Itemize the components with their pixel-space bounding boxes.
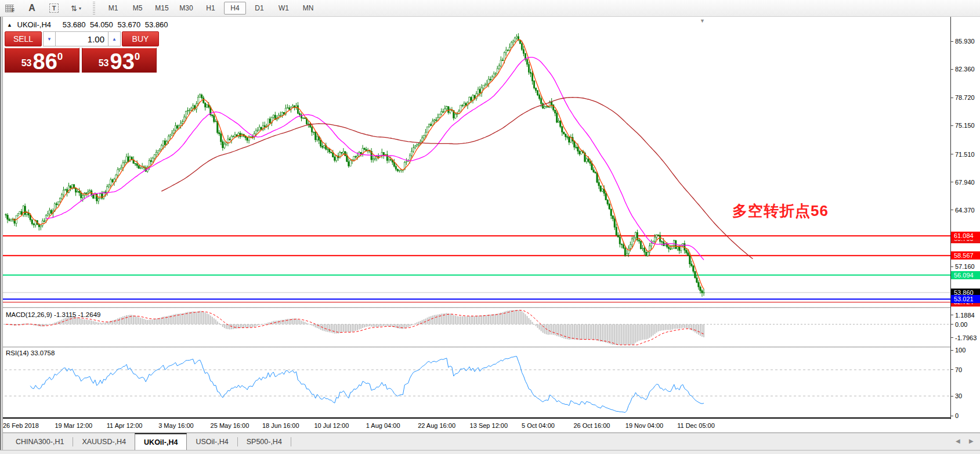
- chart-ohlc-values: 53.680 54.050 53.670 53.860: [63, 20, 168, 29]
- buy-price-big: 93: [110, 52, 135, 71]
- chart-header: ▲ UKOil-,H4 53.680 54.050 53.670 53.860: [7, 20, 168, 29]
- panel-separator[interactable]: [0, 417, 952, 419]
- price-axis-label: 82.360: [955, 66, 975, 73]
- timeframe-button-m15[interactable]: M15: [151, 2, 173, 15]
- chart-tab-bar: CHINA300-,H1XAUUSD-,H4UKOil-,H4USOil-,H4…: [0, 433, 980, 450]
- price-axis-label: 57.160: [955, 263, 975, 270]
- chevron-down-icon: ▾: [79, 6, 81, 11]
- axis-tick: [951, 350, 953, 351]
- axis-tick: [951, 396, 953, 397]
- tab-scroll-left-button[interactable]: ◀: [956, 438, 960, 444]
- sell-button[interactable]: SELL: [5, 31, 42, 46]
- chart-dropdown-marker-icon[interactable]: ▼: [700, 18, 705, 24]
- axis-tick: [951, 210, 953, 210]
- axis-tick: [951, 154, 953, 154]
- price-axis-label: 71.510: [955, 151, 975, 158]
- collapse-panel-icon[interactable]: ▲: [7, 22, 12, 28]
- price-line-label-partial: 60.790: [951, 240, 980, 243]
- chart-window: ▲ UKOil-,H4 53.680 54.050 53.670 53.860 …: [0, 17, 980, 454]
- status-bar: [0, 450, 980, 454]
- date-axis[interactable]: 26 Feb 201819 Mar 12:0011 Apr 12:003 May…: [0, 419, 980, 433]
- tab-china300-h1[interactable]: CHINA300-,H1: [7, 433, 73, 450]
- timeframe-button-mn[interactable]: MN: [297, 2, 319, 15]
- price-line-label-58-567: 58.567: [951, 251, 980, 260]
- volume-decrease-button[interactable]: ▼: [43, 31, 56, 46]
- one-click-trading-panel: SELL ▼ ▲ BUY 53860 53930: [5, 31, 159, 73]
- rsi-axis-label: 100: [955, 347, 965, 354]
- timeframe-button-m5[interactable]: M5: [126, 2, 149, 15]
- macd-panel-canvas[interactable]: [0, 309, 980, 347]
- timeframe-button-d1[interactable]: D1: [248, 2, 270, 15]
- price-axis[interactable]: 85.93082.36078.72075.15071.51067.94064.3…: [950, 17, 980, 430]
- tab-usoil-h4[interactable]: USOil-,H4: [187, 433, 237, 450]
- price-line-label-partial: 52.724: [951, 303, 980, 307]
- tab-sp500-h4[interactable]: SP500-,H4: [238, 433, 291, 450]
- price-line-label-61-084: 61.084: [951, 232, 980, 240]
- sell-price-big: 86: [33, 52, 57, 71]
- volume-increase-button[interactable]: ▲: [108, 31, 121, 46]
- price-axis-label: 78.720: [955, 94, 975, 101]
- date-label: 22 Aug 16:00: [418, 422, 455, 429]
- date-label: 25 May 16:00: [211, 422, 249, 429]
- axis-tick: [951, 41, 953, 42]
- volume-spinner: ▼ ▲: [43, 31, 121, 46]
- timeframe-button-m30[interactable]: M30: [175, 2, 197, 15]
- timeframe-button-m1[interactable]: M1: [102, 2, 124, 15]
- timeframe-button-h1[interactable]: H1: [200, 2, 222, 15]
- macd-label: MACD(12,26,9) -1.3115 -1.2649: [6, 311, 100, 318]
- timeframe-button-h4[interactable]: H4: [224, 2, 246, 15]
- buy-price-button[interactable]: 53930: [82, 48, 157, 73]
- sell-price-button[interactable]: 53860: [5, 48, 79, 73]
- axis-tick: [951, 324, 953, 325]
- panel-separator[interactable]: [0, 307, 980, 308]
- price-axis-label: 85.930: [955, 38, 975, 45]
- date-label: 11 Apr 12:00: [107, 422, 143, 429]
- timeframe-button-w1[interactable]: W1: [273, 2, 295, 15]
- date-label: 26 Oct 16:00: [573, 422, 610, 429]
- date-label: 11 Dec 05:00: [677, 422, 715, 429]
- date-label: 5 Oct 04:00: [522, 422, 555, 429]
- volume-input[interactable]: [56, 31, 108, 46]
- axis-tick: [951, 182, 953, 182]
- text-box-glyph: T: [49, 3, 59, 13]
- arrange-arrows-icon[interactable]: ⇅ ▾: [68, 1, 84, 15]
- macd-axis-label: -1.7963: [955, 334, 977, 341]
- date-label: 1 Aug 04:00: [366, 422, 400, 429]
- timeframe-buttons: M1M5M15M30H1H4D1W1MN: [101, 2, 320, 15]
- sell-price-small: 53: [21, 58, 32, 69]
- date-label: 19 Mar 12:00: [55, 422, 92, 429]
- date-label: 10 Jul 12:00: [314, 422, 349, 429]
- price-line-label-partial-text: 60.790: [954, 240, 980, 242]
- price-axis-label: 64.370: [955, 207, 975, 214]
- buy-button[interactable]: BUY: [122, 31, 159, 46]
- tab-xauusd-h4[interactable]: XAUUSD-,H4: [73, 433, 135, 450]
- chart-symbol: UKOil-,H4: [17, 20, 52, 29]
- chart-shift-icon[interactable]: F: [2, 1, 17, 15]
- price-line-label-56-094: 56.094: [951, 271, 980, 279]
- panel-separator[interactable]: [0, 347, 980, 348]
- annotation-text[interactable]: 多空转折点56: [732, 201, 829, 221]
- text-annotation-icon[interactable]: A: [24, 1, 39, 15]
- tab-ukoil-h4[interactable]: UKOil-,H4: [135, 433, 187, 450]
- macd-axis-label: 1.1884: [955, 312, 975, 319]
- price-line-label-53-021: 53.021: [951, 295, 980, 303]
- rsi-label: RSI(14) 33.0758: [6, 349, 55, 356]
- toolbar-separator: [93, 2, 95, 15]
- text-box-icon[interactable]: T: [46, 1, 62, 15]
- rsi-panel-canvas[interactable]: [0, 348, 980, 417]
- axis-tick: [951, 69, 953, 70]
- tab-scroll-right-button[interactable]: ▶: [969, 438, 974, 444]
- buy-price-sup: 0: [135, 51, 140, 63]
- rsi-axis-label: 0: [955, 412, 959, 419]
- macd-axis-label: 0.00: [955, 321, 967, 328]
- sell-price-sup: 0: [57, 51, 63, 63]
- tab-separator: [291, 437, 291, 446]
- axis-tick: [951, 337, 953, 338]
- chart-shift-letter: F: [12, 8, 15, 13]
- rsi-axis-label: 30: [955, 392, 962, 399]
- window-edge: [0, 17, 3, 450]
- date-label: 13 Sep 12:00: [470, 422, 508, 429]
- mt4-terminal: F A T ⇅ ▾ M1M5M15M30H1H4D1W1MN ▲ UKOil-,…: [0, 0, 980, 454]
- price-axis-label: 75.150: [955, 122, 975, 129]
- axis-tick: [951, 98, 953, 98]
